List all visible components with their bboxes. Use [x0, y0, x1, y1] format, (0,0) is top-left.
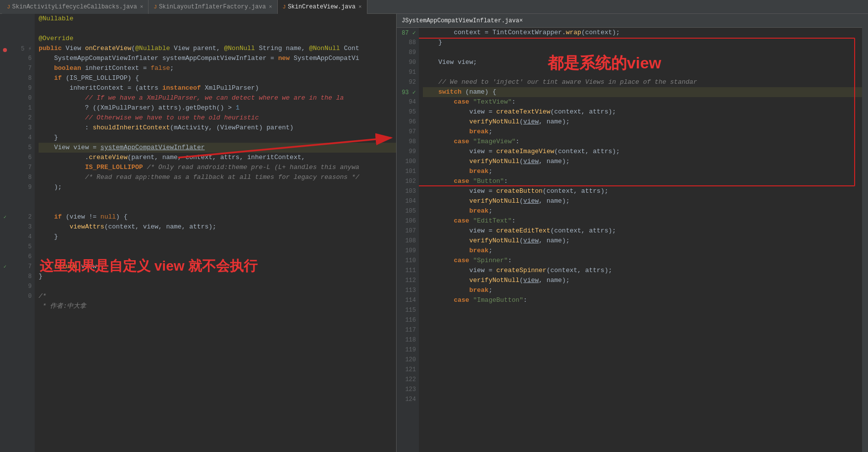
indent-93: [423, 87, 438, 97]
right-code-line-88: }: [423, 38, 868, 48]
indent-103: [423, 186, 469, 196]
num-1: 1: [236, 103, 240, 113]
close-icon-2[interactable]: ×: [269, 4, 272, 10]
indent-97: [423, 127, 469, 137]
code-line-author: * 作者:中大拿: [39, 301, 396, 311]
left-code-area: ✓ ✓: [0, 14, 396, 452]
right-tab[interactable]: J SystemAppCompatViewInflater.java ×: [402, 17, 523, 24]
gutter-extra1: [10, 321, 35, 331]
type-savi2: SystemAppCompatVi: [294, 54, 359, 63]
indent-95: [423, 107, 469, 117]
indent-92: [423, 77, 438, 87]
colon-tv: :: [511, 97, 515, 107]
left-margin: ✓ ✓: [0, 14, 10, 452]
right-code-line-100: verifyNotNull ( view , name);: [423, 157, 868, 167]
tab-skin-layout[interactable]: J SkinLayoutInflaterFactory.java ×: [149, 0, 277, 14]
kw-instanceof: instanceof: [162, 83, 205, 93]
param-parent: parent,: [193, 44, 224, 54]
method-create: createView: [89, 153, 127, 163]
right-code-line-94: case "TextView" :: [423, 97, 868, 107]
type-view2: View: [174, 44, 193, 54]
val-false: false: [151, 63, 170, 73]
gutter-extra3: [10, 341, 35, 351]
args-107: (context, attrs);: [550, 226, 616, 236]
kw-boolean: boolean: [54, 63, 85, 73]
indent-if2: [39, 212, 54, 222]
code-line-colon: : shouldInheritContext (mActivity, ( Vie…: [39, 123, 396, 133]
gutter-extra9: [10, 400, 35, 410]
ann-nullable2: @Nullable: [135, 44, 174, 54]
var-view-108: view: [523, 236, 539, 246]
var-view-90: view;: [458, 57, 477, 67]
semi-7: ;: [170, 63, 174, 73]
str-edittext: "EditText": [473, 216, 511, 226]
gutter-blank2: [10, 192, 35, 202]
str-textview: "TextView": [473, 97, 511, 107]
method-verify-108: verifyNotNull: [469, 236, 519, 246]
annotation-nullable: @Nullable: [39, 14, 73, 24]
gutter-extra10: [10, 410, 35, 420]
right-gutter-113: 113: [397, 285, 419, 295]
code-line-blank4: [39, 242, 396, 252]
method-createsp: createSpinner: [496, 266, 546, 276]
param-name: name,: [286, 44, 309, 54]
gutter-3b: 3: [10, 222, 35, 232]
kw-return: return: [54, 262, 81, 272]
margin-line-40: [0, 400, 10, 410]
comment-otherwise: // Otherwise we have to use the old heur…: [85, 113, 259, 123]
indent-15: [39, 143, 54, 153]
gutter-extra6: [10, 371, 35, 381]
right-gutter-91: 91: [397, 67, 419, 77]
code-line-fallback: /* Read read app:theme as a fallback at …: [39, 172, 396, 182]
gutter-6: 6: [10, 54, 35, 63]
margin-line-41: [0, 410, 10, 420]
close-icon-right[interactable]: ×: [519, 17, 523, 24]
code-line-if-view: if (view != null ) {: [39, 212, 396, 222]
right-tab-label: SystemAppCompatViewInflater.java: [405, 17, 519, 24]
var-view-96: view: [523, 117, 539, 127]
tab-skin-activity[interactable]: J SkinActivityLifecycleCallbacks.java ×: [2, 0, 149, 14]
gutter-7: 7: [10, 63, 35, 73]
right-code-line-114: case "ImageButton" :: [423, 295, 868, 305]
indent-99: [423, 147, 469, 157]
gutter-extra12: [10, 430, 35, 440]
colon-btn: :: [504, 176, 508, 186]
margin-line-28: [0, 282, 10, 291]
str-button: "Button": [473, 176, 504, 186]
right-gutter-94: 94: [397, 97, 419, 107]
indent-17: [39, 163, 85, 172]
right-gutter-92: 92: [397, 77, 419, 87]
kw-break-105: break: [469, 206, 489, 216]
kw-case-ib: case: [454, 295, 473, 305]
right-code-line-97: break ;: [423, 127, 868, 137]
method-wrap: wrap: [566, 28, 581, 38]
args-96b: , name);: [539, 117, 569, 127]
close-icon-1[interactable]: ×: [140, 4, 144, 10]
tab-label-2: SkinLayoutInflaterFactory.java: [159, 3, 266, 10]
gutter-6b: 6: [10, 252, 35, 262]
gutter-extra11: [10, 420, 35, 430]
kw-break-113: break: [469, 285, 489, 295]
type-view-90: View: [438, 57, 458, 67]
indent-110: [423, 256, 454, 266]
args-96: (: [519, 117, 523, 127]
indent-107: [423, 226, 469, 236]
checkmark-21: ✓: [3, 214, 6, 220]
right-code-line-99: view = createImageView (context, attrs);: [423, 147, 868, 157]
var-savi-ref: systemAppCompatViewInflater: [101, 143, 205, 153]
right-code-line-104: verifyNotNull ( view , name);: [423, 196, 868, 206]
margin-line-16: [0, 163, 10, 172]
args-100b: , name);: [539, 157, 569, 167]
indent-90: [423, 57, 438, 67]
code-line-ternary: ? (( XmlPullParser ) attrs).getDepth() >…: [39, 103, 396, 113]
close-icon-3[interactable]: ×: [358, 4, 362, 10]
margin-line-32: [0, 321, 10, 331]
close-brace2: }: [39, 232, 58, 242]
margin-line-8: [0, 83, 10, 93]
tab-skin-create-view[interactable]: J SkinCreateView.java ×: [278, 0, 367, 14]
code-line-nullable: @Nullable: [39, 14, 396, 24]
margin-line-42: [0, 420, 10, 430]
right-scrollbar[interactable]: [862, 14, 868, 452]
right-gutter-103: 103: [397, 186, 419, 196]
type-view: View: [66, 44, 85, 54]
